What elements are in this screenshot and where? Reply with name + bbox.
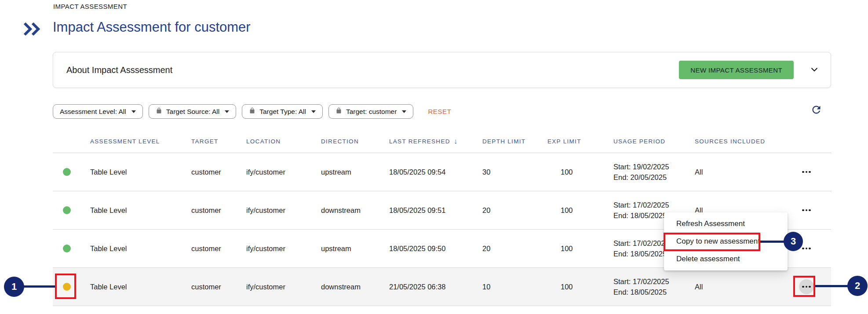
annotation-box-copy-menu-item bbox=[664, 233, 760, 251]
status-dot-green bbox=[63, 206, 71, 214]
cell-target: customer bbox=[191, 283, 246, 291]
table-row: Table Level customer ify/customer downst… bbox=[53, 268, 831, 306]
cell-depth-limit: 10 bbox=[482, 283, 547, 291]
annotation-connector-line bbox=[23, 285, 56, 288]
caret-down-icon bbox=[131, 110, 136, 113]
impact-assessment-page: IMPACT ASSESSMENT Impact Assessment for … bbox=[0, 0, 868, 314]
ellipsis-icon bbox=[802, 171, 811, 173]
row-actions-button[interactable] bbox=[802, 209, 811, 212]
filter-target-source-label: Target Source: All bbox=[166, 108, 219, 116]
caret-down-icon bbox=[311, 110, 316, 113]
lock-icon bbox=[156, 107, 162, 116]
breadcrumb: IMPACT ASSESSMENT bbox=[53, 3, 127, 10]
cell-location: ify/customer bbox=[246, 245, 321, 253]
cell-location: ify/customer bbox=[246, 168, 321, 176]
cell-target: customer bbox=[191, 168, 246, 176]
column-header-location[interactable]: LOCATION bbox=[246, 138, 321, 145]
about-panel-title: About Impact Asssessment bbox=[66, 65, 172, 75]
table-header-row: ASSESSMENT LEVEL TARGET LOCATION DIRECTI… bbox=[53, 130, 831, 153]
cell-last-refreshed: 18/05/2025 09:54 bbox=[389, 168, 482, 176]
refresh-list-button[interactable] bbox=[810, 104, 822, 117]
cell-usage-period: Start: 17/02/2025 End: 18/05/2025 bbox=[613, 276, 695, 297]
page-title: Impact Assessment for customer bbox=[53, 19, 251, 35]
cell-last-refreshed: 21/05/2025 06:38 bbox=[389, 283, 482, 291]
column-header-last-refreshed[interactable]: LAST REFRESHED ↓ bbox=[389, 137, 482, 146]
filter-bar: Assessment Level: All Target Source: All… bbox=[53, 104, 451, 119]
row-actions-button[interactable] bbox=[802, 171, 811, 173]
cell-sources-included: All bbox=[695, 283, 794, 291]
ellipsis-icon bbox=[802, 209, 811, 212]
lock-icon bbox=[336, 107, 342, 116]
cell-assessment-level: Table Level bbox=[90, 206, 191, 215]
menu-item-delete-assessment[interactable]: Delete assessment bbox=[664, 250, 788, 268]
cell-last-refreshed: 18/05/2025 09:50 bbox=[389, 245, 482, 253]
annotation-box-status-dot bbox=[55, 274, 76, 299]
caret-down-icon bbox=[225, 110, 229, 113]
cell-direction: upstream bbox=[321, 168, 389, 176]
ellipsis-icon bbox=[802, 248, 811, 250]
filter-target-type-label: Target Type: All bbox=[259, 108, 306, 116]
table-row: Table Level customer ify/customer upstre… bbox=[53, 153, 831, 191]
status-dot-green bbox=[63, 168, 71, 176]
cell-last-refreshed: 18/05/2025 09:51 bbox=[389, 206, 482, 215]
row-actions-button[interactable] bbox=[802, 248, 811, 250]
cell-assessment-level: Table Level bbox=[90, 245, 191, 253]
cell-exp-limit: 100 bbox=[547, 206, 613, 215]
filter-target[interactable]: Target: customer bbox=[328, 104, 413, 119]
column-header-depth-limit[interactable]: DEPTH LIMIT bbox=[482, 138, 547, 145]
sort-descending-icon: ↓ bbox=[454, 137, 458, 146]
filter-target-type[interactable]: Target Type: All bbox=[242, 104, 323, 119]
cell-depth-limit: 30 bbox=[482, 168, 547, 176]
sidebar-expand-button[interactable] bbox=[23, 21, 41, 38]
new-impact-assessment-button[interactable]: NEW IMPACT ASSESSMENT bbox=[679, 61, 794, 79]
column-header-target[interactable]: TARGET bbox=[191, 138, 246, 145]
annotation-box-actions-button bbox=[793, 276, 815, 297]
cell-exp-limit: 100 bbox=[547, 283, 613, 291]
status-dot-green bbox=[63, 245, 71, 252]
refresh-icon bbox=[810, 104, 822, 117]
annotation-connector-line bbox=[814, 285, 848, 287]
annotation-callout-3: 3 bbox=[784, 232, 803, 251]
lock-icon bbox=[249, 107, 255, 116]
cell-direction: upstream bbox=[321, 245, 389, 253]
cell-direction: downstream bbox=[321, 283, 389, 291]
reset-filters-button[interactable]: RESET bbox=[428, 108, 451, 115]
column-header-usage-period[interactable]: USAGE PERIOD bbox=[613, 138, 695, 145]
filter-assessment-level[interactable]: Assessment Level: All bbox=[53, 104, 143, 119]
cell-exp-limit: 100 bbox=[547, 168, 613, 176]
cell-exp-limit: 100 bbox=[547, 245, 613, 253]
cell-location: ify/customer bbox=[246, 206, 321, 215]
cell-location: ify/customer bbox=[246, 283, 321, 291]
annotation-callout-1: 1 bbox=[4, 277, 24, 297]
cell-sources-included: All bbox=[695, 168, 794, 176]
chevron-down-icon bbox=[809, 64, 820, 77]
cell-depth-limit: 20 bbox=[482, 245, 547, 253]
cell-assessment-level: Table Level bbox=[90, 168, 191, 176]
cell-direction: downstream bbox=[321, 206, 389, 215]
menu-item-refresh-assessment[interactable]: Refresh Assessment bbox=[664, 215, 788, 233]
caret-down-icon bbox=[402, 110, 406, 113]
double-chevron-right-icon bbox=[23, 32, 41, 38]
column-header-exp-limit[interactable]: EXP LIMIT bbox=[547, 138, 613, 145]
filter-target-source[interactable]: Target Source: All bbox=[149, 104, 236, 119]
cell-target: customer bbox=[191, 206, 246, 215]
filter-assessment-level-label: Assessment Level: All bbox=[60, 108, 126, 116]
column-header-assessment-level[interactable]: ASSESSMENT LEVEL bbox=[90, 138, 191, 145]
annotation-connector-line bbox=[759, 241, 784, 243]
cell-depth-limit: 20 bbox=[482, 206, 547, 215]
cell-assessment-level: Table Level bbox=[90, 283, 191, 291]
column-header-sources-included[interactable]: SOURCES INCLUDED bbox=[695, 138, 794, 145]
about-panel: About Impact Asssessment NEW IMPACT ASSE… bbox=[53, 52, 831, 88]
annotation-callout-2: 2 bbox=[847, 276, 868, 296]
filter-target-label: Target: customer bbox=[346, 108, 397, 116]
cell-usage-period: Start: 19/02/2025 End: 20/05/2025 bbox=[613, 161, 695, 183]
about-panel-expand-button[interactable] bbox=[809, 64, 820, 77]
cell-target: customer bbox=[191, 245, 246, 253]
column-header-direction[interactable]: DIRECTION bbox=[321, 138, 389, 145]
